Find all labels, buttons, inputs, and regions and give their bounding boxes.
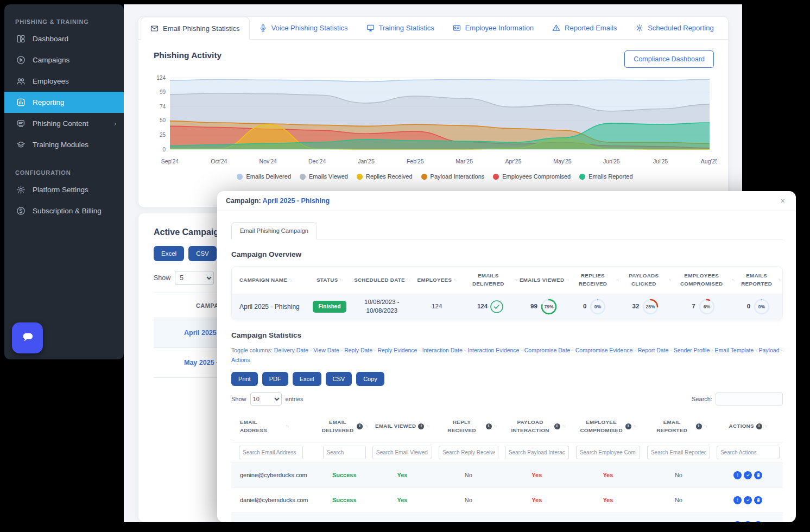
- sidebar-item-subscription-billing[interactable]: Subscription & Billing: [4, 200, 124, 221]
- toggle-link-compromise-evidence[interactable]: Compromise Evidence: [575, 347, 633, 353]
- alert-icon[interactable]: [733, 471, 742, 479]
- column-header-email-address[interactable]: Email Address↑↓: [231, 416, 320, 437]
- excel-button[interactable]: Excel: [154, 246, 184, 261]
- trash-icon[interactable]: [754, 496, 762, 504]
- column-header-emails-delivered[interactable]: Emails Delivered↑↓: [463, 272, 518, 288]
- svg-text:Nov'24: Nov'24: [260, 158, 277, 164]
- tab-reported-emails[interactable]: Reported Emails: [543, 17, 626, 39]
- info-icon[interactable]: i: [554, 423, 560, 429]
- column-header-email-delivered[interactable]: Email Deliveredi↑↓: [320, 416, 369, 437]
- toggle-link-actions[interactable]: Actions: [231, 357, 250, 363]
- sidebar-item-employees[interactable]: Employees: [4, 71, 124, 92]
- toggle-link-interaction-date[interactable]: Interaction Date: [422, 347, 463, 353]
- column-header-campaign-name[interactable]: Campaign Name↑↓: [232, 276, 306, 284]
- page-size-select[interactable]: 5: [175, 271, 214, 285]
- copy-button[interactable]: Copy: [356, 372, 384, 386]
- toggle-link-payload[interactable]: Payload: [759, 347, 780, 353]
- column-header-actions[interactable]: Actionsi↑↓: [713, 420, 783, 433]
- toggle-link-report-date[interactable]: Report Date: [638, 347, 669, 353]
- toggle-link-reply-date[interactable]: Reply Date: [344, 347, 372, 353]
- filter-input-search-payload-interaction[interactable]: [505, 446, 569, 459]
- filter-input-search-reply-received[interactable]: [439, 446, 498, 459]
- toggle-link-view-date[interactable]: View Date: [313, 347, 339, 353]
- svg-text:25%: 25%: [646, 304, 655, 309]
- sidebar-item-platform-settings[interactable]: Platform Settings: [4, 179, 124, 200]
- delivered-cell: Success: [320, 472, 369, 478]
- sidebar-item-reporting[interactable]: Reporting: [4, 92, 124, 113]
- table-row[interactable]: jess@cyberducks.comSuccessYesNoYesYesNo: [231, 513, 783, 522]
- info-icon[interactable]: i: [357, 423, 363, 429]
- tab-employee-information[interactable]: Employee Information: [444, 17, 543, 39]
- page-size-select[interactable]: 10: [250, 392, 282, 406]
- sidebar-item-phishing-content[interactable]: Phishing Content›: [4, 113, 124, 134]
- alert-icon[interactable]: [733, 496, 742, 504]
- info-icon[interactable]: i: [696, 423, 702, 429]
- column-header-status[interactable]: Status↑↓: [306, 276, 353, 284]
- alert-icon[interactable]: [733, 521, 742, 522]
- filter-input-search-employee-compromised[interactable]: [576, 446, 640, 459]
- check-icon[interactable]: [744, 521, 752, 522]
- table-row[interactable]: daniel@cybersducks.comSuccessYesNoYesYes…: [231, 488, 783, 513]
- emails-viewed-cell: 99 79%: [518, 297, 570, 316]
- info-icon[interactable]: i: [486, 423, 492, 429]
- info-icon[interactable]: i: [418, 423, 424, 429]
- sidebar-item-training-modules[interactable]: Training Modules: [4, 134, 124, 155]
- csv-button[interactable]: CSV: [326, 372, 352, 386]
- tab-email-phishing-statistics[interactable]: Email Phishing Statistics: [141, 17, 250, 40]
- column-header-reply-received[interactable]: Reply Receivedi↑↓: [435, 416, 502, 437]
- column-header-label: Campaign Name: [239, 276, 287, 284]
- tab-scheduled-reporting[interactable]: Scheduled Reporting: [626, 17, 723, 39]
- toggle-link-email-template[interactable]: Email Template: [715, 347, 754, 353]
- toggle-link-delivery-date[interactable]: Delivery Date: [274, 347, 308, 353]
- sidebar-section-label: PHISHING & TRAINING: [4, 4, 124, 28]
- sidebar-item-campaigns[interactable]: Campaigns: [4, 49, 124, 71]
- search-input[interactable]: [716, 392, 783, 406]
- check-icon[interactable]: [744, 496, 752, 504]
- column-header-emails-reported[interactable]: Emails Reported↑↓: [736, 272, 782, 288]
- table-row[interactable]: genine@cyberducks.comSuccessYesNoYesYesN…: [231, 463, 783, 488]
- info-icon[interactable]: i: [756, 423, 762, 429]
- toggle-link-reply-evidence[interactable]: Reply Evidence: [377, 347, 417, 353]
- payloads-clicked-cell: 32 25%: [620, 297, 672, 316]
- legend-label: Emails Delivered: [246, 173, 291, 180]
- close-icon[interactable]: ×: [779, 197, 787, 205]
- tab-training-statistics[interactable]: Training Statistics: [357, 17, 444, 39]
- column-header-replies-received[interactable]: Replies Received↑↓: [571, 272, 620, 288]
- column-header-emails-viewed[interactable]: Emails Viewed↑↓: [518, 276, 570, 284]
- print-button[interactable]: Print: [231, 372, 258, 386]
- column-header-employees-compromised[interactable]: Employees Compromised↑↓: [672, 272, 736, 288]
- compliance-dashboard-button[interactable]: Compliance Dashboard: [624, 50, 714, 68]
- toggle-link-compromise-date[interactable]: Compromise Date: [524, 347, 571, 353]
- toggle-link-interaction-evidence[interactable]: Interaction Evidence: [467, 347, 519, 353]
- trash-icon[interactable]: [754, 471, 762, 479]
- filter-input-search-email-viewed[interactable]: [372, 446, 432, 459]
- column-header-email-viewed[interactable]: Email Viewedi↑↓: [369, 420, 435, 433]
- toggle-columns-label: Toggle columns:: [231, 347, 274, 353]
- filter-input-search[interactable]: [323, 446, 366, 459]
- tab-email-phishing-campaign[interactable]: Email Phishing Campaign: [231, 222, 317, 239]
- column-header-payloads-clicked[interactable]: Payloads Clicked↑↓: [620, 272, 672, 288]
- tab-voice-phishing-statistics[interactable]: Voice Phishing Statistics: [250, 17, 357, 39]
- info-icon[interactable]: i: [625, 423, 631, 429]
- trash-icon[interactable]: [754, 521, 762, 522]
- pdf-button[interactable]: PDF: [262, 372, 288, 386]
- sort-icon: ↑↓: [566, 277, 569, 283]
- campaign-overview-row[interactable]: April 2025 - Phishing Finished 10/08/202…: [232, 294, 782, 320]
- column-header-employee-compromised[interactable]: Employee Compromisedi↑↓: [572, 416, 644, 437]
- sidebar-item-dashboard[interactable]: Dashboard: [4, 28, 124, 49]
- sidebar-item-label: Subscription & Billing: [33, 207, 102, 215]
- chat-button[interactable]: [12, 322, 43, 353]
- check-icon[interactable]: [744, 471, 752, 479]
- column-header-label: Email Delivered: [321, 418, 355, 435]
- toggle-link-sender-profile[interactable]: Sender Profile: [674, 347, 710, 353]
- excel-button[interactable]: Excel: [293, 372, 321, 386]
- column-header-email-reported[interactable]: Email Reportedi↑↓: [644, 416, 713, 437]
- filter-input-search-actions[interactable]: [717, 446, 780, 459]
- column-header-scheduled-date[interactable]: Scheduled Date↑↓: [353, 276, 410, 284]
- csv-button[interactable]: CSV: [188, 246, 217, 261]
- filter-input-search-email-address[interactable]: [239, 446, 303, 459]
- legend-label: Employees Compromised: [502, 173, 571, 180]
- column-header-employees[interactable]: Employees↑↓: [411, 276, 463, 284]
- filter-input-search-email-reported[interactable]: [647, 446, 710, 459]
- column-header-payload-interaction[interactable]: Payload Interactioni↑↓: [502, 416, 572, 437]
